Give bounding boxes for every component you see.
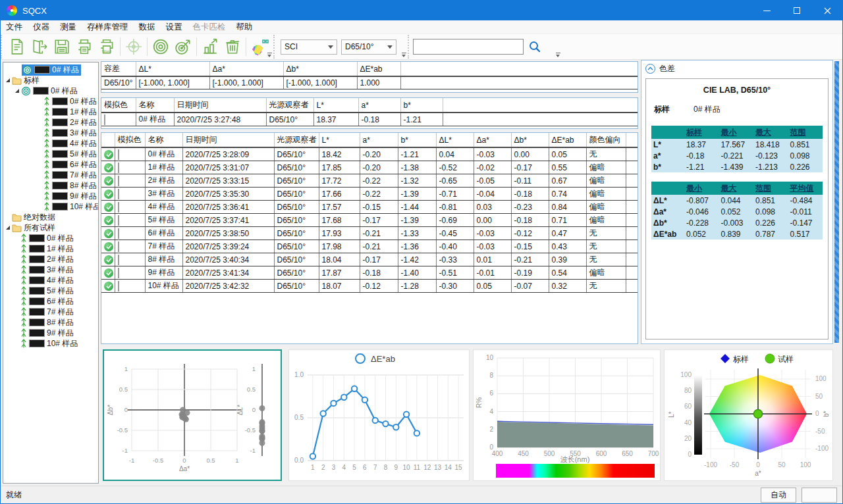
cell: -0.18 [360, 266, 398, 280]
cell: 2020/7/25 3:36:41 [182, 201, 274, 214]
tree-item[interactable]: 6# 样品 [3, 296, 98, 307]
table-row[interactable]: 10# 样品2020/7/25 3:42:32D65/10°18.07-0.12… [101, 280, 638, 293]
delete-button[interactable] [221, 36, 244, 58]
table-row[interactable]: 7# 样品2020/7/25 3:39:24D65/10°17.98-0.21-… [101, 240, 638, 253]
cell: [-1.000, 1.000] [283, 76, 357, 89]
tree-item[interactable]: 8# 样品 [3, 317, 98, 328]
tree-item[interactable]: 6# 样品 [3, 159, 98, 170]
panel-scrollbar[interactable] [834, 61, 839, 343]
tree-item[interactable]: 5# 样品 [3, 149, 98, 159]
menu-item-1[interactable]: 仪器 [28, 20, 55, 34]
menu-item-2[interactable]: 测量 [55, 20, 82, 34]
color-swatch [29, 340, 45, 347]
tree-item-standard-0[interactable]: 0# 样品 [3, 86, 98, 96]
tree-item[interactable]: 10# 样品 [3, 338, 98, 349]
empty-status-button[interactable] [802, 488, 837, 503]
expander-icon[interactable] [14, 88, 20, 94]
menu-item-3[interactable]: 存样库管理 [82, 20, 134, 34]
sci-dropdown[interactable]: SCI [281, 39, 337, 55]
cell: -1.38 [398, 161, 436, 174]
menu-item-7[interactable]: 帮助 [231, 20, 258, 34]
chart-panel-lab-gamut[interactable]: 020406080100L*-100-50050100-100-50050100… [664, 349, 833, 481]
svg-text:4: 4 [489, 408, 493, 415]
close-button[interactable] [812, 1, 842, 20]
table-row[interactable]: 5# 样品2020/7/25 3:37:41D65/10°17.68-0.17-… [101, 214, 638, 227]
print-button[interactable] [73, 36, 95, 58]
tree-item[interactable]: 10# 样品 [3, 201, 98, 212]
search-input[interactable] [413, 39, 524, 55]
tree-item[interactable]: 7# 样品 [3, 170, 98, 180]
export-button[interactable] [28, 36, 51, 58]
new-file-button[interactable] [6, 36, 28, 58]
toolbar-overflow-icon[interactable] [555, 53, 561, 58]
maximize-button[interactable] [782, 1, 812, 20]
column-header [626, 133, 638, 147]
auto-button[interactable]: 自动 [761, 488, 796, 503]
table-row[interactable]: 0# 样品2020/7/25 3:28:09D65/10°18.42-0.20-… [101, 147, 638, 161]
table-row[interactable]: 3# 样品2020/7/25 3:35:30D65/10°17.66-0.22-… [101, 188, 638, 201]
tree-item[interactable]: 3# 样品 [3, 128, 98, 138]
tree-group-trials[interactable]: 所有试样 [3, 222, 98, 233]
tree-item[interactable]: 5# 样品 [3, 286, 98, 296]
table-row[interactable]: 1# 样品2020/7/25 3:31:07D65/10°17.85-0.20-… [101, 161, 638, 174]
tree-item[interactable]: 4# 样品 [3, 275, 98, 286]
color-swatch [118, 215, 119, 226]
chart-button[interactable] [199, 36, 221, 58]
tree-item-current-standard[interactable]: 0# 样品 [3, 64, 98, 75]
sample-icon [20, 307, 27, 316]
tree-item[interactable]: 3# 样品 [3, 265, 98, 275]
tree-item[interactable]: 7# 样品 [3, 307, 98, 317]
menu-item-0[interactable]: 文件 [1, 20, 28, 34]
tree-group-absolute[interactable]: 绝对数据 [3, 212, 98, 222]
cell: 最小 [719, 126, 754, 139]
menu-item-5[interactable]: 设置 [161, 20, 188, 34]
tree-group-standard[interactable]: 标样 [3, 75, 98, 86]
tree-item[interactable]: 9# 样品 [3, 328, 98, 338]
chart-panel-spectral[interactable]: 0246810400450500550600650700波长(nm)R% [473, 349, 661, 481]
tree-item[interactable]: 0# 样品 [3, 233, 98, 243]
table-row[interactable]: 8# 样品2020/7/25 3:40:34D65/10°18.04-0.17-… [101, 253, 638, 266]
table-row[interactable]: 2# 样品2020/7/25 3:33:15D65/10°17.72-0.22-… [101, 174, 638, 188]
minimize-button[interactable] [751, 1, 782, 20]
menu-item-6[interactable]: 色卡匹检 [188, 20, 231, 34]
toolbar-overflow-icon[interactable] [267, 53, 273, 58]
tree-item[interactable]: 1# 样品 [3, 107, 98, 117]
table-row[interactable]: 9# 样品2020/7/25 3:41:34D65/10°17.87-0.18-… [101, 266, 638, 280]
collapse-panel-button[interactable] [645, 64, 655, 74]
status-text: 就绪 [6, 490, 22, 501]
align-target-button[interactable] [122, 36, 145, 58]
search-icon[interactable] [528, 39, 542, 54]
print-word-button[interactable]: Word [95, 36, 118, 58]
toolbar-overflow-icon[interactable] [401, 53, 407, 58]
table-row[interactable]: 6# 样品2020/7/25 3:38:50D65/10°17.93-0.21-… [101, 227, 638, 240]
expander-icon[interactable] [5, 77, 11, 84]
tree-item-label: 10# 样品 [70, 201, 99, 213]
table-row[interactable]: D65/10°[-1.000, 1.000][-1.000, 1.000][-1… [101, 76, 638, 89]
tree-item[interactable]: 2# 样品 [3, 117, 98, 128]
svg-text:15: 15 [455, 464, 463, 471]
table-row[interactable]: 0# 样品2020/7/25 3:27:48D65/10°18.37-0.18-… [101, 113, 638, 126]
cell: 1.000 [357, 76, 400, 89]
menu-item-4[interactable]: 数据 [134, 20, 161, 34]
tree-item[interactable]: 1# 样品 [3, 243, 98, 254]
expander-icon[interactable] [5, 224, 11, 231]
measure-button[interactable] [172, 36, 194, 58]
cell: 0.098 [753, 206, 788, 217]
chart-panel-delta-scatter[interactable]: -1-1-0.5-0.5000.50.511Δa*Δb*-1-0.500.51Δ… [103, 349, 282, 481]
cell: -0.03 [474, 240, 511, 253]
tree-item[interactable]: 4# 样品 [3, 138, 98, 149]
cell: -0.147 [788, 217, 823, 228]
cell: -0.20 [360, 147, 398, 161]
tree-item[interactable]: 9# 样品 [3, 191, 98, 201]
svg-text:0: 0 [688, 451, 692, 458]
cell: 4# 样品 [145, 201, 182, 214]
sample-icon [43, 97, 50, 106]
tree-item[interactable]: 2# 样品 [3, 254, 98, 265]
tree-item[interactable]: 8# 样品 [3, 180, 98, 191]
illuminant-dropdown[interactable]: D65/10° [341, 39, 396, 55]
chart-panel-delta-e-trend[interactable]: ΔE*ab0.00.51.0123456789101112131415 [288, 349, 470, 481]
save-button[interactable] [51, 36, 73, 58]
calibrate-button[interactable] [150, 36, 172, 58]
tree-item[interactable]: 0# 样品 [3, 96, 98, 107]
table-row[interactable]: 4# 样品2020/7/25 3:36:41D65/10°17.57-0.15-… [101, 201, 638, 214]
